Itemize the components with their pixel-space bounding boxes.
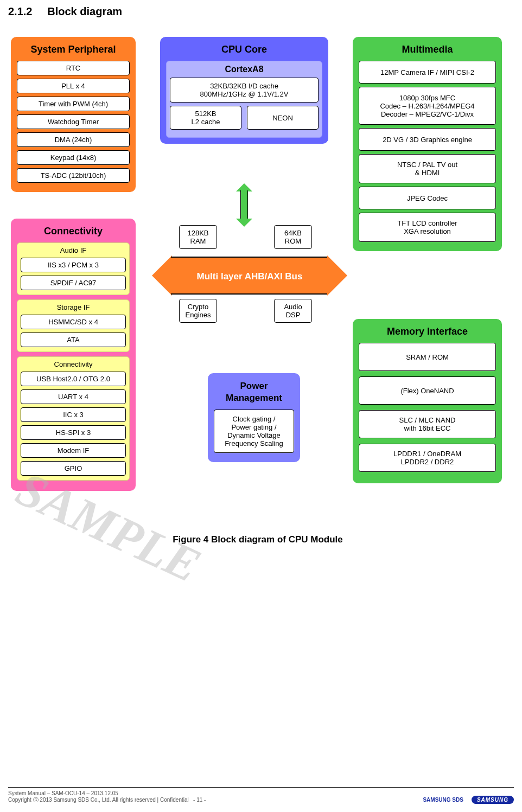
mm-item: JPEG Codec	[359, 187, 496, 209]
connectivity-sub-group: Connectivity USB Host2.0 / OTG 2.0 UART …	[17, 356, 130, 481]
crypto-box: Crypto Engines	[179, 299, 217, 323]
page-number: - 11 -	[193, 797, 206, 803]
conn-item: IIC x 3	[21, 407, 126, 422]
conn-item: S/PDIF / AC97	[21, 276, 126, 290]
mm-item: TFT LCD controller XGA resolution	[359, 213, 496, 242]
conn-item: Modem IF	[21, 443, 126, 458]
storage-if-group: Storage IF HSMMC/SD x 4 ATA	[17, 299, 130, 352]
conn-item: HSMMC/SD x 4	[21, 315, 126, 329]
conn-item: ATA	[21, 333, 126, 347]
conn-item: UART x 4	[21, 389, 126, 404]
periph-item: Watchdog Timer	[17, 114, 130, 129]
sub-title: Connectivity	[21, 360, 126, 368]
mem-item: SRAM / ROM	[359, 343, 496, 371]
bus-group: 128KB RAM 64KB ROM Multi layer AHB/AXI B…	[160, 219, 339, 333]
footer-logos: SAMSUNG SDS SAMSUNG	[423, 796, 514, 804]
block-title: Multimedia	[359, 43, 496, 56]
conn-item: HS-SPI x 3	[21, 425, 126, 440]
conn-item: USB Host2.0 / OTG 2.0	[21, 372, 126, 386]
periph-item: DMA (24ch)	[17, 132, 130, 147]
conn-item: GPIO	[21, 461, 126, 476]
samsung-logo: SAMSUNG	[472, 796, 514, 804]
conn-item: IIS x3 / PCM x 3	[21, 258, 126, 272]
periph-item: Keypad (14x8)	[17, 150, 130, 165]
multimedia-block: Multimedia 12MP Camera IF / MIPI CSI-2 1…	[353, 37, 502, 251]
memory-interface-block: Memory Interface SRAM / ROM (Flex) OneNA…	[353, 319, 502, 483]
block-title: Power Management	[214, 379, 294, 405]
rom-box: 64KB ROM	[274, 225, 312, 249]
section-number: 2.1.2	[8, 5, 32, 17]
periph-item: RTC	[17, 61, 130, 75]
block-diagram: System Peripheral RTC PLL x 4 Timer with…	[8, 34, 507, 533]
cache-item: 32KB/32KB I/D cache 800MHz/1GHz @ 1.1V/1…	[170, 78, 319, 103]
mem-item: LPDDR1 / OneDRAM LPDDR2 / DDR2	[359, 444, 496, 472]
figure-caption: Figure 4 Block diagram of CPU Module	[8, 534, 507, 545]
neon-item: NEON	[247, 106, 319, 130]
cortex-group: CortexA8 32KB/32KB I/D cache 800MHz/1GHz…	[166, 61, 322, 138]
system-peripheral-block: System Peripheral RTC PLL x 4 Timer with…	[11, 37, 136, 192]
audio-if-group: Audio IF IIS x3 / PCM x 3 S/PDIF / AC97	[17, 242, 130, 295]
footer-line2: Copyright ⓒ 2013 Samsung SDS Co., Ltd. A…	[8, 797, 189, 803]
connectivity-block: Connectivity Audio IF IIS x3 / PCM x 3 S…	[11, 219, 136, 491]
block-title: Connectivity	[17, 225, 130, 238]
ram-box: 128KB RAM	[179, 225, 217, 249]
mm-item: 1080p 30fps MFC Codec – H.263/H.264/MPEG…	[359, 87, 496, 125]
footer-text: System Manual – SAM-OCU-14 – 2013.12.05 …	[8, 790, 206, 804]
periph-item: PLL x 4	[17, 79, 130, 93]
page-footer: System Manual – SAM-OCU-14 – 2013.12.05 …	[8, 790, 514, 804]
mm-item: 12MP Camera IF / MIPI CSI-2	[359, 61, 496, 84]
bus-arrow-icon: Multi layer AHB/AXI Bus	[155, 257, 345, 295]
block-title: System Peripheral	[17, 43, 130, 56]
block-title: Memory Interface	[359, 325, 496, 338]
footer-line1: System Manual – SAM-OCU-14 – 2013.12.05	[8, 790, 206, 796]
power-management-block: Power Management Clock gating / Power ga…	[208, 373, 300, 462]
block-title: CPU Core	[166, 43, 322, 56]
sub-title: Audio IF	[21, 246, 126, 254]
mem-item: SLC / MLC NAND with 16bit ECC	[359, 410, 496, 438]
dsp-box: Audio DSP	[274, 299, 312, 323]
bus-label: Multi layer AHB/AXI Bus	[171, 257, 328, 295]
cpu-core-block: CPU Core CortexA8 32KB/32KB I/D cache 80…	[160, 37, 328, 144]
sub-title: Storage IF	[21, 303, 126, 311]
periph-item: Timer with PWM (4ch)	[17, 97, 130, 111]
mm-item: 2D VG / 3D Graphics engine	[359, 128, 496, 151]
section-heading: 2.1.2 Block diagram	[8, 5, 514, 18]
footer-divider	[8, 787, 514, 788]
mem-item: (Flex) OneNAND	[359, 376, 496, 405]
samsung-sds-logo: SAMSUNG SDS	[423, 797, 463, 803]
periph-item: TS-ADC (12bit/10ch)	[17, 168, 130, 183]
core-name: CortexA8	[170, 65, 319, 74]
mm-item: NTSC / PAL TV out & HDMI	[359, 154, 496, 183]
power-item: Clock gating / Power gating / Dynamic Vo…	[214, 410, 294, 453]
section-title-text: Block diagram	[47, 5, 122, 17]
l2-item: 512KB L2 cache	[170, 106, 241, 130]
